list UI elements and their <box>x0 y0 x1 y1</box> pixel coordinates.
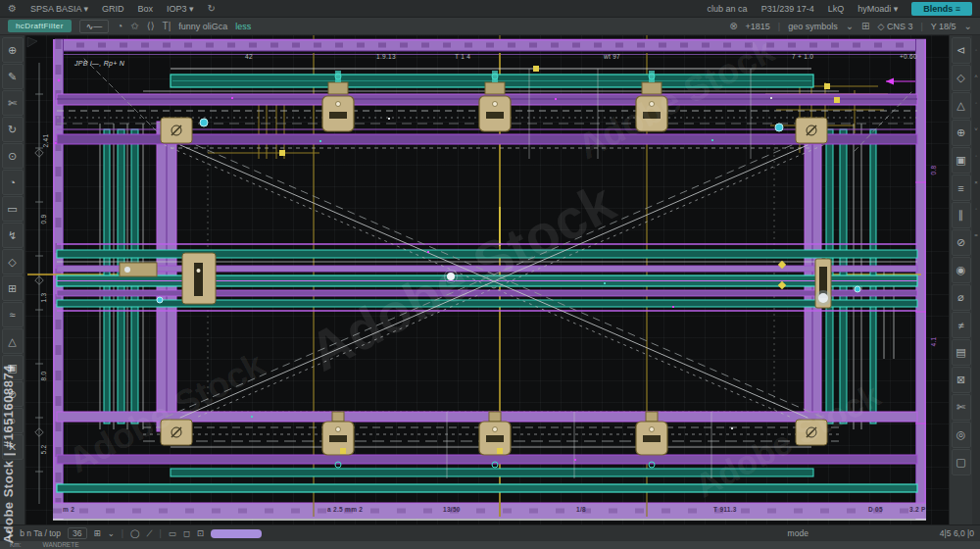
status-bar-secondary: Km: WANDRETE <box>0 541 980 549</box>
edge-tool-3-icon[interactable]: ◦ <box>972 90 980 116</box>
grid-toggle-icon[interactable]: ⊞ <box>94 528 101 538</box>
left-tool-palette: ⊕✎✄↻⊙◔▭↯◇⊞≈△▣⊘○✕ <box>0 35 25 524</box>
status-divider-2: | <box>159 528 161 538</box>
toolbar-divider-2: | <box>920 22 922 31</box>
status-bar: ❯ b n Ta / top 36 ⊞ ⌄ | ◯ ⟋ | ▭ ◻ ⊡ mode… <box>0 524 980 541</box>
tool-bar: hcDraftFilter ∿— ◔ ✩ ⟨⟩ T| funny oliGca … <box>0 18 980 35</box>
left-tool-8-icon[interactable]: ↯ <box>2 223 24 248</box>
menu-right-item-3[interactable]: LkQ <box>828 4 845 14</box>
chevron-down-icon-2[interactable]: ⌄ <box>964 21 972 31</box>
right-tool-12-icon[interactable]: ▤ <box>952 339 971 366</box>
menu-bar: ⚙ SPSA BASIA ▾ GRID Box IOP3 ▾ ↻ club an… <box>0 0 980 18</box>
mode-label: mode <box>788 528 808 538</box>
menu-item-grid[interactable]: GRID <box>102 4 124 14</box>
circle-tool-icon[interactable]: ◔ <box>117 21 122 31</box>
chevron-down-icon-status[interactable]: ⌄ <box>108 528 115 538</box>
close-badge-icon[interactable]: ⊗ <box>729 21 737 31</box>
right-tool-9-icon[interactable]: ◉ <box>952 257 971 283</box>
right-tool-1-icon[interactable]: ⊲ <box>952 37 971 64</box>
node-corner-br <box>796 420 827 445</box>
lasso-icon[interactable]: ◯ <box>130 528 140 538</box>
measure-icon[interactable]: ⟋ <box>146 528 152 539</box>
left-tool-10-icon[interactable]: ⊞ <box>2 275 24 301</box>
edge-tool-4-icon[interactable]: ˅ <box>972 117 980 142</box>
structural-plan-drawing <box>25 35 949 524</box>
snap-grid-icon[interactable]: ⊞ <box>861 21 869 31</box>
drawing-canvas[interactable] <box>25 35 949 524</box>
edge-tool-1-icon[interactable]: ◦ <box>972 37 980 63</box>
layout-icon[interactable]: ▭ <box>169 528 176 538</box>
refresh-icon[interactable]: ↻ <box>208 3 216 14</box>
left-tool-13-icon[interactable]: ▣ <box>2 355 24 380</box>
draft-filter-button[interactable]: hcDraftFilter <box>8 20 72 32</box>
menu-right-item-4[interactable]: hyMoadi ▾ <box>858 4 898 14</box>
text-tool-icon[interactable]: T| <box>163 21 172 31</box>
left-tool-3-icon[interactable]: ✄ <box>2 90 24 116</box>
right-tool-4-icon[interactable]: ⊕ <box>952 120 971 146</box>
right-tool-11-icon[interactable]: ≠ <box>952 312 971 338</box>
account-button[interactable]: Blends ≡ <box>911 2 972 16</box>
menu-right-item-1[interactable]: club an ca <box>708 4 748 14</box>
right-tool-13-icon[interactable]: ⊠ <box>952 367 971 393</box>
status2-label-b: WANDRETE <box>43 541 79 549</box>
compare-tool-icon[interactable]: ⟨⟩ <box>147 21 155 31</box>
frame-icon[interactable]: ◻ <box>183 528 190 538</box>
menu-right-item-2[interactable]: P31/239 17-4 <box>761 4 814 14</box>
sketch-style-icon[interactable]: ∿— <box>79 20 110 33</box>
star-tool-icon[interactable]: ✩ <box>130 21 138 31</box>
edge-tool-5-icon[interactable]: ◦ <box>972 143 980 169</box>
right-tool-8-icon[interactable]: ⊘ <box>952 229 971 256</box>
left-margin-ruler <box>27 37 43 504</box>
edge-tool-8-icon[interactable]: = <box>972 223 980 248</box>
right-tool-16-icon[interactable]: ▢ <box>952 449 971 475</box>
status2-label-a: Km: <box>10 541 22 549</box>
right-tool-5-icon[interactable]: ▣ <box>952 147 971 174</box>
toolbar-hint-text: funny oliGca <box>178 22 227 31</box>
edge-tool-2-icon[interactable]: ˄ <box>972 64 980 89</box>
right-tool-palette: ⊲◇△⊕▣≡∥⊘◉⌀≠▤⊠✄◎▢ <box>949 35 972 524</box>
left-tool-12-icon[interactable]: △ <box>2 328 24 354</box>
right-tool-14-icon[interactable]: ✄ <box>952 394 971 421</box>
left-tool-11-icon[interactable]: ≈ <box>2 302 24 327</box>
right-tool-10-icon[interactable]: ⌀ <box>952 284 971 311</box>
count-badge: +1815 <box>746 22 770 31</box>
node-corner-tl <box>161 118 192 143</box>
cad-application-window: ⚙ SPSA BASIA ▾ GRID Box IOP3 ▾ ↻ club an… <box>0 0 980 549</box>
menu-item-iop[interactable]: IOP3 ▾ <box>167 4 194 14</box>
right-tool-3-icon[interactable]: △ <box>952 92 971 119</box>
menu-item-file[interactable]: SPSA BASIA ▾ <box>30 4 88 14</box>
cursor-coordinates: 4|5 6,0 |0 <box>940 528 974 538</box>
snap-icon[interactable]: ⊡ <box>197 528 204 538</box>
selection-progress-pill[interactable] <box>211 529 262 538</box>
right-tool-7-icon[interactable]: ∥ <box>952 202 971 228</box>
status-divider-1: | <box>122 528 123 538</box>
left-tool-15-icon[interactable]: ○ <box>2 408 24 433</box>
left-tool-6-icon[interactable]: ◔ <box>2 170 24 195</box>
right-tool-2-icon[interactable]: ◇ <box>952 65 971 91</box>
gear-icon[interactable]: ⚙ <box>8 3 17 14</box>
left-tool-2-icon[interactable]: ✎ <box>2 64 24 89</box>
left-tool-5-icon[interactable]: ⊙ <box>2 143 24 169</box>
toolbar-divider: | <box>778 22 780 31</box>
node-mid-right <box>815 259 831 308</box>
wire-count-box[interactable]: 36 <box>68 527 86 539</box>
left-tool-14-icon[interactable]: ⊘ <box>2 381 24 407</box>
left-tool-7-icon[interactable]: ▭ <box>2 196 24 222</box>
chevron-right-icon[interactable]: ❯ <box>6 528 13 538</box>
edge-tool-7-icon[interactable]: ◦ <box>972 196 980 222</box>
left-tool-1-icon[interactable]: ⊕ <box>2 37 24 63</box>
chevron-down-icon[interactable]: ⌄ <box>846 21 854 31</box>
cns-mode-button[interactable]: ◇ CNS 3 <box>877 22 912 31</box>
node-corner-bl <box>161 420 192 445</box>
geo-symbols-dropdown[interactable]: geo symbols <box>788 22 838 31</box>
edge-tool-6-icon[interactable]: × <box>972 170 980 195</box>
right-tool-6-icon[interactable]: ≡ <box>952 175 971 201</box>
right-tool-15-icon[interactable]: ◎ <box>952 422 971 448</box>
left-tool-16-icon[interactable]: ✕ <box>2 434 24 460</box>
left-tool-9-icon[interactable]: ◇ <box>2 249 24 274</box>
menu-item-box[interactable]: Box <box>138 4 154 14</box>
left-tool-4-icon[interactable]: ↻ <box>2 117 24 142</box>
node-corner-tr <box>796 118 827 143</box>
toolbar-hint-link[interactable]: less <box>235 22 251 31</box>
edge-tool-palette: ◦˄◦˅◦×◦= <box>972 35 980 524</box>
